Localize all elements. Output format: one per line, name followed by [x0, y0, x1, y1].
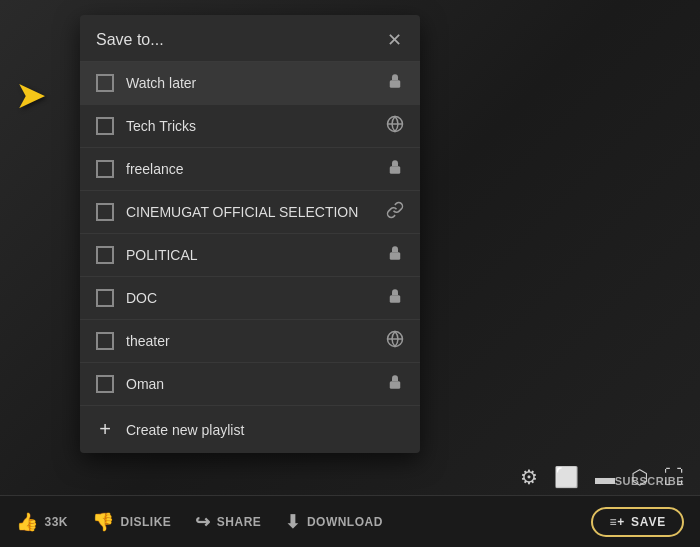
item-label-cinemugat: CINEMUGAT OFFICIAL SELECTION	[126, 204, 374, 220]
item-label-theater: theater	[126, 333, 374, 349]
item-label-tech-tricks: Tech Tricks	[126, 118, 374, 134]
checkbox-oman[interactable]	[96, 375, 114, 393]
svg-rect-3	[390, 166, 401, 174]
download-label: DOWNLOAD	[307, 515, 383, 529]
playlist-item-political[interactable]: POLITICAL	[80, 234, 420, 277]
item-icon-political	[386, 244, 404, 266]
dialog-title: Save to...	[96, 31, 164, 49]
item-icon-theater	[386, 330, 404, 352]
checkbox-watch-later[interactable]	[96, 74, 114, 92]
playlist-item-oman[interactable]: Oman	[80, 363, 420, 406]
playlist-item-doc[interactable]: DOC	[80, 277, 420, 320]
item-icon-cinemugat	[386, 201, 404, 223]
dislike-label: DISLIKE	[121, 515, 172, 529]
thumbs-down-icon: 👎	[92, 511, 115, 533]
download-button[interactable]: ⬇ DOWNLOAD	[285, 511, 383, 533]
item-label-political: POLITICAL	[126, 247, 374, 263]
svg-rect-5	[390, 295, 401, 303]
like-button[interactable]: 👍 33K	[16, 511, 68, 533]
item-label-freelance: freelance	[126, 161, 374, 177]
fullscreen-icon[interactable]: ⛶	[664, 466, 684, 489]
item-label-oman: Oman	[126, 376, 374, 392]
playlist-item-freelance[interactable]: freelance	[80, 148, 420, 191]
item-icon-watch-later	[386, 72, 404, 94]
arrow-indicator	[15, 73, 47, 117]
item-icon-tech-tricks	[386, 115, 404, 137]
item-icon-doc	[386, 287, 404, 309]
create-playlist-label: Create new playlist	[126, 422, 244, 438]
settings-icon[interactable]: ⚙	[520, 465, 538, 489]
playlist-item-cinemugat[interactable]: CINEMUGAT OFFICIAL SELECTION	[80, 191, 420, 234]
dialog-header: Save to... ✕	[80, 15, 420, 62]
bottom-bar: 👍 33K 👎 DISLIKE ↪ SHARE ⬇ DOWNLOAD ≡+ SA…	[0, 495, 700, 547]
miniplayer-icon[interactable]: ⬜	[554, 465, 579, 489]
playlist-item-theater[interactable]: theater	[80, 320, 420, 363]
checkbox-cinemugat[interactable]	[96, 203, 114, 221]
checkbox-political[interactable]	[96, 246, 114, 264]
cast-icon[interactable]: ⬡	[631, 465, 648, 489]
item-label-watch-later: Watch later	[126, 75, 374, 91]
item-label-doc: DOC	[126, 290, 374, 306]
thumbs-up-icon: 👍	[16, 511, 39, 533]
save-button[interactable]: ≡+ SAVE	[591, 507, 684, 537]
share-button[interactable]: ↪ SHARE	[195, 511, 261, 533]
create-playlist-button[interactable]: + Create new playlist	[80, 406, 420, 453]
item-icon-oman	[386, 373, 404, 395]
video-controls: ⚙ ⬜ ▬ ⬡ ⛶	[0, 465, 700, 489]
checkbox-freelance[interactable]	[96, 160, 114, 178]
checkbox-doc[interactable]	[96, 289, 114, 307]
checkbox-tech-tricks[interactable]	[96, 117, 114, 135]
playlist-item-tech-tricks[interactable]: Tech Tricks	[80, 105, 420, 148]
playlist-list: Watch later Tech Tricks freelance CINEMU…	[80, 62, 420, 406]
share-label: SHARE	[217, 515, 262, 529]
dislike-button[interactable]: 👎 DISLIKE	[92, 511, 171, 533]
close-button[interactable]: ✕	[385, 29, 404, 51]
download-icon: ⬇	[285, 511, 301, 533]
checkbox-theater[interactable]	[96, 332, 114, 350]
save-to-dialog: Save to... ✕ Watch later Tech Tricks fre…	[80, 15, 420, 453]
theater-mode-icon[interactable]: ▬	[595, 466, 615, 489]
save-label: SAVE	[631, 515, 666, 529]
playlist-item-watch-later[interactable]: Watch later	[80, 62, 420, 105]
share-icon: ↪	[195, 511, 211, 533]
save-list-icon: ≡+	[609, 515, 625, 529]
svg-rect-8	[390, 381, 401, 389]
like-count: 33K	[45, 515, 69, 529]
item-icon-freelance	[386, 158, 404, 180]
plus-icon: +	[96, 418, 114, 441]
svg-rect-0	[390, 80, 401, 88]
svg-rect-4	[390, 252, 401, 260]
